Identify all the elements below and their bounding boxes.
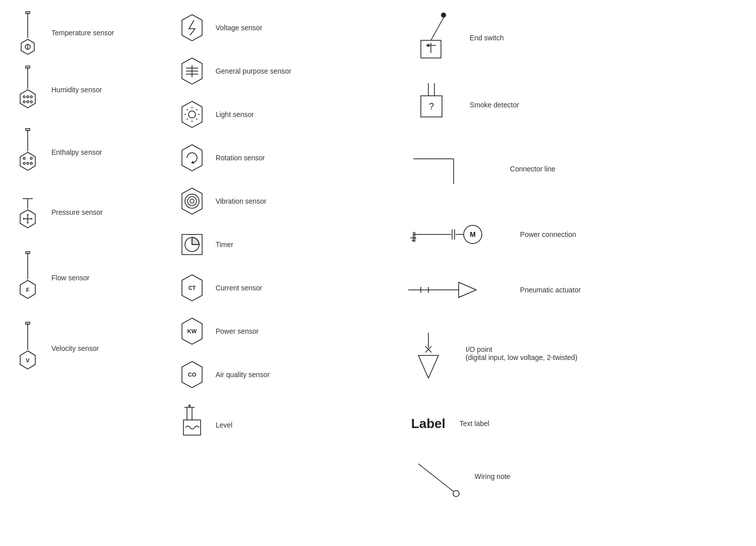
svg-point-17 [30,157,32,159]
power-connection-symbol: M [403,214,514,255]
io-point-label-line2: (digital input, low voltage, 2-twisted) [466,353,578,361]
svg-text:CO: CO [187,372,196,378]
light-sensor-symbol [174,97,210,132]
svg-point-16 [23,157,25,159]
connector-line-symbol [403,149,504,189]
text-label-symbol: Label [403,406,454,441]
svg-point-9 [30,96,32,98]
list-item: Light sensor [174,97,383,132]
svg-point-7 [23,96,25,98]
svg-line-78 [431,18,444,40]
enthalpy-sensor-label: Enthalpy sensor [51,148,102,156]
velocity-sensor-label: Velocity sensor [51,344,99,352]
svg-point-11 [27,101,29,103]
list-item: F Flow sensor [10,250,164,306]
list-item: Connector line [403,149,751,189]
timer-label: Timer [216,240,233,249]
general-purpose-sensor-symbol [174,53,210,89]
pneumatic-actuator-label: Pneumatic actuator [520,286,581,294]
svg-point-18 [23,162,25,164]
text-label-label: Text label [460,419,489,428]
io-point-label-line1: I/O point [466,345,578,353]
list-item: End switch [403,10,751,66]
svg-text:KW: KW [187,328,197,334]
level-symbol [174,402,210,448]
svg-point-20 [30,162,32,164]
io-point-symbol [403,330,454,386]
svg-text:CT: CT [188,285,196,291]
svg-line-51 [186,109,187,110]
end-switch-label: End switch [470,34,504,42]
power-sensor-symbol: KW [174,314,210,349]
svg-point-8 [27,96,29,98]
svg-text:V: V [26,357,30,363]
enthalpy-sensor-symbol [10,127,45,177]
velocity-sensor-symbol: V [10,321,45,376]
rotation-sensor-symbol [174,140,210,175]
text-label-display: Label [411,416,446,432]
list-item: CO Air quality sensor [174,357,383,392]
pressure-sensor-symbol [10,190,45,235]
list-item: M Power connection [403,214,751,255]
list-item: ? Smoke detector [403,81,751,129]
general-purpose-sensor-label: General purpose sensor [216,67,291,75]
svg-marker-55 [182,145,202,171]
column-1: Temperature sensor [5,10,164,506]
air-quality-sensor-label: Air quality sensor [216,371,270,379]
list-item: Timer [174,227,383,262]
wiring-note-symbol [403,456,469,497]
svg-line-109 [418,464,454,492]
svg-marker-15 [20,152,35,170]
timer-symbol [174,227,210,262]
power-connection-label: Power connection [520,230,576,238]
flow-sensor-symbol: F [10,250,45,306]
svg-rect-74 [183,420,201,435]
svg-point-59 [187,197,197,206]
list-item: Wiring note [403,456,751,497]
list-item: Pneumatic actuator [403,275,751,305]
current-sensor-symbol: CT [174,270,210,306]
svg-marker-39 [182,15,202,41]
list-item: General purpose sensor [174,53,383,89]
svg-point-58 [190,199,194,203]
rotation-sensor-label: Rotation sensor [216,154,265,162]
list-item: Humidity sensor [10,65,164,115]
list-item: Rotation sensor [174,140,383,175]
smoke-detector-symbol: ? [403,81,464,129]
vibration-sensor-symbol [174,184,210,219]
svg-text:M: M [470,230,476,238]
voltage-sensor-symbol [174,10,210,45]
svg-line-52 [196,118,197,119]
list-item: I/O point (digital input, low voltage, 2… [403,330,751,386]
power-sensor-label: Power sensor [216,327,259,335]
svg-text:?: ? [429,101,434,111]
svg-point-19 [27,162,29,164]
svg-marker-6 [20,90,35,108]
level-label: Level [216,421,232,429]
list-item: KW Power sensor [174,314,383,349]
list-item: Voltage sensor [174,10,383,45]
list-item: CT Current sensor [174,270,383,306]
list-item: Label Text label [403,406,751,441]
svg-point-12 [30,101,32,103]
svg-point-10 [23,101,25,103]
svg-line-53 [196,109,197,110]
temperature-sensor-label: Temperature sensor [51,29,114,37]
svg-text:F: F [26,287,30,293]
column-2: Voltage sensor General purpose sensor [164,10,383,506]
smoke-detector-label: Smoke detector [470,101,519,109]
pressure-sensor-label: Pressure sensor [51,208,103,216]
connector-line-label: Connector line [510,165,555,173]
end-switch-symbol [403,10,464,66]
voltage-sensor-label: Voltage sensor [216,24,263,32]
svg-point-110 [453,491,459,497]
list-item: Vibration sensor [174,184,383,219]
pneumatic-actuator-symbol [403,275,514,305]
vibration-sensor-label: Vibration sensor [216,197,267,205]
flow-sensor-label: Flow sensor [51,274,89,282]
svg-point-46 [188,111,196,118]
air-quality-sensor-symbol: CO [174,357,210,392]
wiring-note-label: Wiring note [475,472,511,480]
svg-point-60 [185,194,199,208]
column-3: End switch ? Smoke detector [383,10,751,506]
